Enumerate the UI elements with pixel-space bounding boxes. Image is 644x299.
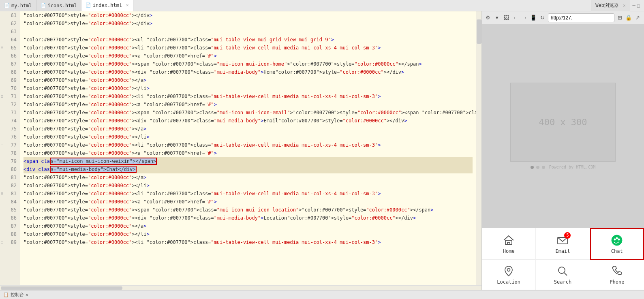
close-browser-tab[interactable]: ✕ [623,3,626,8]
email-label: Email [555,248,570,254]
home-label: Home [503,248,515,254]
file-icon-index-html: 📄 [86,2,91,8]
line-num-83: 83 [0,190,20,198]
open-external-button[interactable]: ↗ [634,13,642,22]
code-pre-80: <div clas [24,167,50,172]
code-line-66: "color:#007700">style="color:#0000cc"><a… [24,52,473,60]
vertical-scrollbar[interactable] [476,11,481,285]
refresh-button[interactable]: ↻ [539,13,546,22]
icon-cell-email[interactable]: 5 Email [536,228,590,260]
status-close-icon[interactable]: ✕ [26,292,28,297]
tab-index-html[interactable]: 📄 index.html ✕ [81,0,133,11]
line-num-78: 78 [0,149,20,157]
code-line-73: "color:#007700">style="color:#0000cc"><s… [24,109,473,117]
settings-button[interactable]: ⚙ [484,13,492,22]
code-line-85: "color:#007700">style="color:#0000cc"><s… [24,206,473,214]
line-num-74: 74 [0,117,20,125]
restore-icon[interactable]: □ [637,3,640,9]
code-line-67: "color:#007700">style="color:#0000cc"><s… [24,60,473,68]
browser-toolbar: ⚙ ▾ 🖼 ← → 📱 ↻ ⊞ 🔒 ↗ [482,11,644,24]
code-line-83: "color:#007700">style="color:#0000cc"><l… [24,190,473,198]
line-num-64: 64 [0,36,20,44]
svg-point-4 [614,239,616,241]
svg-point-5 [616,237,618,239]
code-area[interactable]: "color:#007700">style="color:#0000cc"></… [20,11,476,285]
line-num-88: 88 [0,230,20,238]
line-num-68: 68 [0,68,20,76]
location-label: Location [497,279,520,285]
code-line-84: "color:#007700">style="color:#0000cc"><a… [24,198,473,206]
icon-cell-location[interactable]: Location [482,260,536,290]
main-area: 6162636465666768697071727374757677787980… [0,11,644,290]
screenshot-button[interactable]: 🖼 [503,13,510,22]
code-line-81: "color:#007700">style="color:#0000cc"></… [24,173,473,182]
icon-grid: Home 5 Email [482,228,644,290]
chat-label: Chat [611,248,623,254]
line-num-70: 70 [0,84,20,92]
line-num-86: 86 [0,214,20,222]
placeholder-size-label: 400 x 300 [539,117,587,127]
code-line-74: "color:#007700">style="color:#0000cc"><d… [24,117,473,125]
tab-icons-html[interactable]: 📄 icons.html [36,0,81,11]
close-tab-index-html[interactable]: ✕ [126,2,129,8]
home-icon [502,234,515,247]
line-num-72: 72 [0,100,20,109]
search-label: Search [554,279,571,285]
svg-rect-1 [507,242,510,245]
line-num-85: 85 [0,206,20,214]
line-num-84: 84 [0,198,20,206]
code-line-70: "color:#007700">style="color:#0000cc"></… [24,84,473,92]
phone-label: Phone [610,279,624,285]
line-num-67: 67 [0,60,20,68]
hscroll-thumb[interactable] [1,286,122,290]
icon-cell-home[interactable]: Home [482,228,536,260]
tab-label-my-html: my.html [11,3,32,9]
status-bar: 📋 控制台 ✕ [0,290,644,299]
editor-panel: 6162636465666768697071727374757677787980… [0,11,482,290]
line-num-82: 82 [0,182,20,190]
back-button[interactable]: ← [511,13,519,22]
grid-button[interactable]: ⊞ [616,13,623,22]
code-selection-79: s="mui-icon mui-icon-weixin"></span> [50,158,157,165]
tab-label-icons-html: icons.html [48,3,77,9]
file-icon-icons-html: 📄 [41,3,46,8]
code-line-64: "color:#007700">style="color:#0000cc"><u… [24,36,473,44]
code-line-68: "color:#007700">style="color:#0000cc"><d… [24,68,473,76]
line-num-63: 63 [0,28,20,36]
line-num-76: 76 [0,133,20,141]
code-line-72: "color:#007700">style="color:#0000cc"><a… [24,100,473,109]
browser-viewport: 400 x 300 Powered by HTML.COM [482,24,644,228]
tabs-bar: 📄 my.html 📄 icons.html 📄 index.html ✕ We… [0,0,644,11]
device-button[interactable]: 📱 [530,13,537,22]
svg-point-7 [507,269,510,271]
svg-point-6 [618,239,620,241]
forward-button[interactable]: → [521,13,528,22]
dot-2[interactable] [536,166,539,169]
line-num-89: 89 [0,238,20,246]
minimize-icon[interactable]: ─ [633,3,635,9]
scroll-thumb[interactable] [477,19,481,44]
icon-cell-chat[interactable]: Chat [590,228,644,260]
url-input[interactable] [548,13,614,22]
dot-1[interactable] [531,166,534,169]
tab-label-index-html: index.html [93,2,122,8]
settings-dropdown-button[interactable]: ▾ [493,13,501,22]
code-sel-80: s="mui-media-body">Chat</div> [50,166,137,173]
code-line-69: "color:#007700">style="color:#0000cc"></… [24,76,473,84]
code-line-65: "color:#007700">style="color:#0000cc"><l… [24,44,473,52]
dot-3[interactable] [542,166,545,169]
code-line-82: "color:#007700">style="color:#0000cc"></… [24,182,473,190]
tab-browser[interactable]: Web浏览器 ✕ [591,0,630,11]
phone-icon [610,265,623,278]
chat-icon [610,234,623,247]
search-icon [556,265,569,278]
line-num-69: 69 [0,76,20,84]
icon-cell-search[interactable]: Search [536,260,590,290]
code-line-78: "color:#007700">style="color:#0000cc"><a… [24,149,473,157]
icon-cell-phone[interactable]: Phone [590,260,644,290]
line-num-75: 75 [0,125,20,133]
horizontal-scrollbar[interactable] [0,285,481,290]
line-num-65: 65 [0,44,20,52]
lock-button[interactable]: 🔒 [625,13,632,22]
tab-my-html[interactable]: 📄 my.html [0,0,36,11]
